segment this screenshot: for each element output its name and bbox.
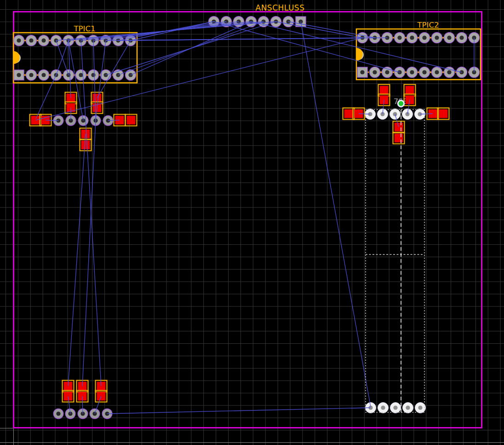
pad-hole bbox=[410, 35, 414, 40]
socket-notch-icon bbox=[13, 51, 20, 64]
pad-hole bbox=[385, 70, 389, 74]
ic1-name-label[interactable]: TPIC1 bbox=[74, 24, 96, 33]
airwire[interactable] bbox=[68, 134, 86, 386]
airwires-layer bbox=[36, 22, 474, 414]
smd-pad[interactable] bbox=[344, 110, 353, 118]
airwire[interactable] bbox=[106, 38, 387, 40]
pad-hole bbox=[41, 38, 46, 42]
pad-hole bbox=[17, 38, 21, 42]
pad-hole bbox=[41, 73, 46, 77]
pad-hole bbox=[397, 35, 401, 40]
smd-pad[interactable] bbox=[127, 116, 136, 125]
pad-hole bbox=[393, 405, 397, 410]
smd-pad[interactable] bbox=[406, 86, 414, 95]
airwire[interactable] bbox=[106, 22, 276, 75]
selection-overlay-layer bbox=[366, 100, 424, 412]
airwire[interactable] bbox=[69, 40, 71, 98]
ic2-name-label[interactable]: TPIC2 bbox=[417, 21, 439, 29]
pad-hole bbox=[56, 411, 60, 416]
connector-name-label[interactable]: ANSCHLUSS bbox=[256, 3, 305, 12]
pad-hole bbox=[29, 73, 33, 77]
pad-hole bbox=[418, 405, 422, 410]
airwire[interactable] bbox=[36, 75, 56, 119]
pad-hole bbox=[17, 73, 21, 77]
pad-hole bbox=[29, 38, 33, 42]
pad-hole bbox=[435, 35, 439, 40]
pad-hole bbox=[410, 70, 414, 74]
board-drawing: ANSCHLUSS TPIC1 TPIC2 7SEG bbox=[0, 0, 504, 445]
smd-pad[interactable] bbox=[395, 134, 403, 143]
airwire[interactable] bbox=[131, 22, 214, 40]
pad-hole bbox=[422, 70, 426, 74]
pad-hole bbox=[447, 70, 451, 74]
pad-hole bbox=[422, 35, 426, 40]
pad-hole bbox=[459, 35, 464, 40]
airwire[interactable] bbox=[276, 22, 362, 38]
pad-hole bbox=[372, 70, 377, 74]
smd-pad[interactable] bbox=[380, 86, 389, 95]
pad-hole bbox=[406, 405, 410, 410]
airwire[interactable] bbox=[107, 408, 371, 414]
pad-hole bbox=[381, 405, 385, 410]
component-origin-marker[interactable] bbox=[399, 101, 404, 106]
socket-notch-icon bbox=[356, 48, 363, 61]
pad-hole bbox=[447, 35, 451, 40]
pad-hole bbox=[91, 73, 95, 77]
pad-hole bbox=[435, 70, 439, 74]
smd-pad[interactable] bbox=[81, 141, 90, 150]
board-editor-canvas: ANSCHLUSS TPIC1 TPIC2 7SEG bbox=[0, 0, 504, 445]
selection-outline bbox=[366, 110, 424, 412]
pad-hole bbox=[360, 70, 364, 74]
smd-pad[interactable] bbox=[31, 116, 40, 125]
smd-pad[interactable] bbox=[439, 110, 448, 118]
pad-hole bbox=[79, 73, 83, 77]
